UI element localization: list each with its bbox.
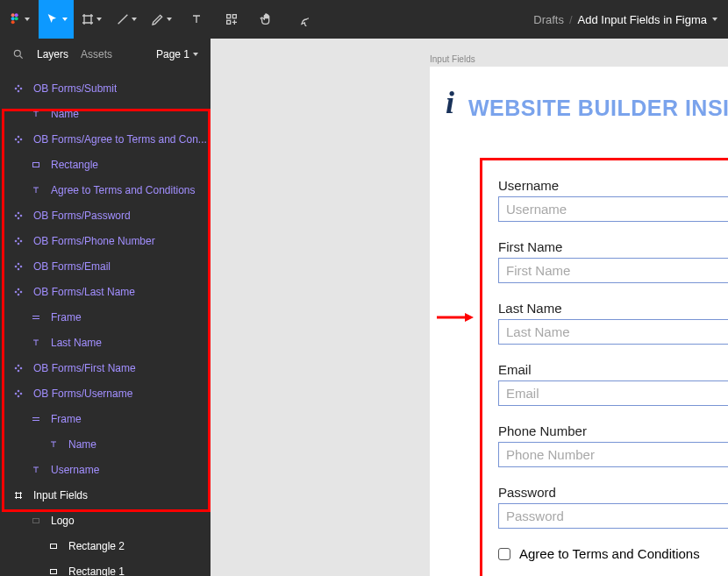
comment-tool-button[interactable] (284, 0, 319, 39)
breadcrumb-file-name[interactable]: Add Input Fields in Figma (578, 13, 707, 26)
search-icon[interactable] (12, 48, 25, 60)
field-password: Password (498, 485, 728, 529)
canvas[interactable]: Input Fields i WEBSITE BUILDER INSIDER U… (211, 39, 728, 576)
hand-tool-button[interactable] (249, 0, 284, 39)
layer-label: Frame (51, 311, 82, 324)
field-lastname: Last Name (498, 301, 728, 345)
layer-label: Rectangle 1 (68, 565, 125, 577)
layer-label: OB Forms/Phone Number (33, 235, 155, 247)
layer-row[interactable]: OB Forms/Last Name (0, 279, 211, 304)
layer-row[interactable]: OB Forms/Password (0, 203, 211, 228)
toolbar-left (0, 0, 533, 39)
field-username: Username (498, 178, 728, 222)
checkbox-agree[interactable] (498, 548, 510, 560)
layer-label: Frame (51, 413, 82, 425)
label-firstname: First Name (498, 239, 728, 254)
label-email: Email (498, 362, 728, 377)
layer-row[interactable]: OB Forms/Agree to Terms and Con... (0, 126, 211, 152)
input-firstname[interactable] (498, 258, 728, 283)
field-phone: Phone Number (498, 423, 728, 467)
layer-row[interactable]: OB Forms/Email (0, 253, 211, 279)
svg-rect-6 (232, 15, 236, 18)
label-agree: Agree to Terms and Conditions (519, 546, 700, 561)
frame-white-icon (12, 489, 25, 501)
form-container: Username First Name Last Name Email Phon… (480, 158, 728, 576)
figma-logo-icon (9, 12, 23, 26)
input-password[interactable] (498, 503, 728, 529)
pencil-tool-button[interactable] (144, 0, 179, 39)
tab-layers[interactable]: Layers (37, 48, 68, 60)
figma-menu-button[interactable] (0, 0, 39, 39)
layer-label: OB Forms/Last Name (33, 286, 135, 298)
svg-rect-12 (51, 569, 57, 573)
layer-row[interactable]: Last Name (0, 330, 211, 355)
layer-row[interactable]: OB Forms/Username (0, 380, 211, 406)
frame-tool-button[interactable] (74, 0, 109, 39)
svg-marker-14 (465, 313, 474, 322)
text-tool-button[interactable] (179, 0, 214, 39)
component-icon (12, 210, 25, 222)
layer-label: OB Forms/Agree to Terms and Con... (33, 133, 207, 146)
group-icon (30, 515, 42, 527)
layer-row[interactable]: Rectangle (0, 152, 211, 177)
logo-text: WEBSITE BUILDER INSIDER (468, 96, 728, 121)
layer-row[interactable]: OB Forms/Submit (0, 75, 211, 101)
layer-row[interactable]: OB Forms/Phone Number (0, 228, 211, 253)
layer-row[interactable]: Name (0, 431, 211, 457)
rect-icon (47, 565, 60, 577)
chevron-down-icon (96, 18, 102, 21)
label-phone: Phone Number (498, 423, 728, 438)
text-icon (47, 438, 60, 451)
layer-row[interactable]: Frame (0, 304, 211, 330)
label-lastname: Last Name (498, 301, 728, 316)
frame-icon (30, 413, 42, 425)
rect-icon (30, 159, 42, 171)
layer-row[interactable]: Rectangle 2 (0, 533, 211, 558)
layer-row[interactable]: Input Fields (0, 482, 211, 508)
layer-label: Username (51, 464, 99, 476)
chevron-down-icon[interactable] (712, 18, 717, 21)
layer-row[interactable]: Username (0, 457, 211, 482)
label-password: Password (498, 485, 728, 500)
component-icon (12, 82, 25, 95)
svg-rect-10 (33, 518, 39, 523)
layer-label: OB Forms/Email (33, 260, 111, 273)
comment-icon (295, 12, 309, 26)
layer-row[interactable]: Frame (0, 406, 211, 431)
layer-label: Rectangle (51, 159, 98, 171)
layer-label: OB Forms/Username (33, 388, 132, 400)
layer-row[interactable]: Agree to Terms and Conditions (0, 177, 211, 203)
field-email: Email (498, 362, 728, 406)
input-username[interactable] (498, 196, 728, 222)
tab-assets[interactable]: Assets (81, 48, 112, 60)
pen-tool-button[interactable] (109, 0, 144, 39)
layer-label: Agree to Terms and Conditions (51, 184, 196, 196)
text-icon (30, 108, 42, 120)
component-icon (12, 260, 25, 273)
svg-point-8 (14, 50, 20, 56)
component-icon (12, 388, 25, 400)
frame-title-label[interactable]: Input Fields (430, 54, 475, 64)
input-phone[interactable] (498, 442, 728, 467)
layer-label: Name (51, 108, 79, 120)
breadcrumb-drafts[interactable]: Drafts (533, 13, 564, 26)
layer-label: Last Name (51, 337, 102, 349)
svg-rect-11 (51, 544, 57, 548)
text-icon (30, 184, 42, 196)
layer-row[interactable]: Logo (0, 508, 211, 533)
page-selector[interactable]: Page 1 (156, 48, 198, 60)
cursor-icon (46, 12, 60, 26)
move-tool-button[interactable] (39, 0, 74, 39)
input-lastname[interactable] (498, 319, 728, 345)
layer-row[interactable]: OB Forms/First Name (0, 355, 211, 380)
resources-button[interactable] (214, 0, 249, 39)
svg-rect-0 (11, 13, 15, 17)
chevron-down-icon (62, 18, 68, 21)
svg-rect-5 (227, 15, 231, 18)
resources-icon (225, 12, 239, 26)
layer-row[interactable]: Rectangle 1 (0, 558, 211, 576)
svg-rect-7 (227, 20, 231, 24)
input-email[interactable] (498, 380, 728, 406)
layer-row[interactable]: Name (0, 101, 211, 126)
top-toolbar: Drafts / Add Input Fields in Figma (0, 0, 728, 39)
